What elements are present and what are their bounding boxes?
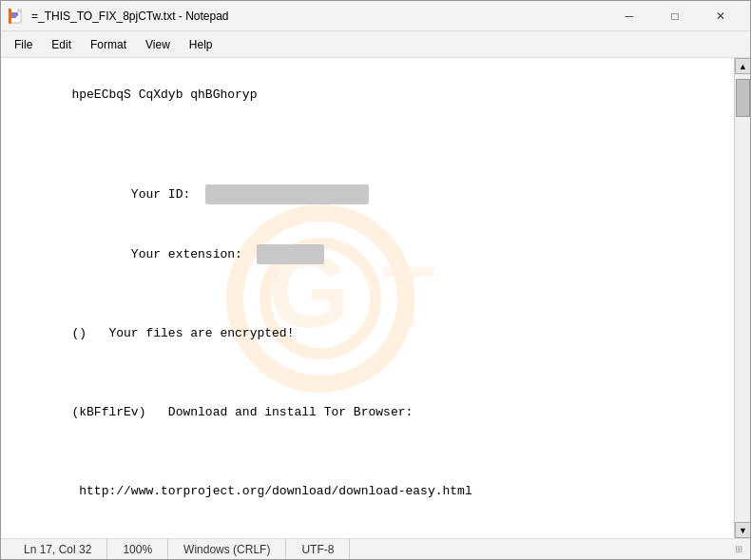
encoding: UTF-8 [286, 539, 350, 559]
window-controls: ─ □ ✕ [607, 1, 742, 31]
menu-bar: File Edit Format View Help [1, 31, 750, 58]
resize-grip: ⊞ [735, 544, 742, 554]
scroll-down-button[interactable]: ▼ [735, 522, 750, 538]
zoom-level: 100% [107, 539, 168, 559]
line-extension: Your extension: [71, 247, 323, 261]
line-download: (kBFflrEv) Download and install Tor Brow… [71, 405, 413, 419]
content-area: G T hpeECbqS CqXdyb qhBGhoryp Your ID: Y… [1, 58, 750, 538]
notepad-window: =_THIS_TO_FIX_8pjCTw.txt - Notepad ─ □ ✕… [0, 0, 751, 560]
title-bar: =_THIS_TO_FIX_8pjCTw.txt - Notepad ─ □ ✕ [1, 1, 750, 31]
minimize-button[interactable]: ─ [607, 1, 651, 31]
menu-file[interactable]: File [5, 34, 42, 55]
line-encrypted: () Your files are encrypted! [71, 326, 294, 340]
line-tor-url: http://www.torproject.org/download/downl… [71, 484, 472, 498]
redacted-extension [257, 244, 323, 264]
status-bar: Ln 17, Col 32 100% Windows (CRLF) UTF-8 … [1, 538, 750, 559]
window-title: =_THIS_TO_FIX_8pjCTw.txt - Notepad [31, 10, 607, 23]
svg-rect-5 [9, 9, 11, 24]
menu-format[interactable]: Format [81, 34, 136, 55]
scroll-thumb[interactable] [736, 79, 750, 117]
menu-view[interactable]: View [136, 34, 180, 55]
menu-help[interactable]: Help [180, 34, 222, 55]
scroll-track[interactable] [735, 74, 750, 522]
cursor-position: Ln 17, Col 32 [9, 539, 107, 559]
line-ending: Windows (CRLF) [168, 539, 286, 559]
text-wrapper: G T hpeECbqS CqXdyb qhBGhoryp Your ID: Y… [1, 58, 734, 538]
scrollbar: ▲ ▼ [734, 58, 750, 538]
redacted-id [205, 184, 369, 204]
line-1: hpeECbqS CqXdyb qhBGhoryp [71, 87, 257, 102]
scroll-up-button[interactable]: ▲ [735, 58, 750, 74]
close-button[interactable]: ✕ [699, 1, 742, 31]
maximize-button[interactable]: □ [653, 1, 697, 31]
text-editor[interactable]: hpeECbqS CqXdyb qhBGhoryp Your ID: Your … [1, 58, 734, 538]
line-your-id: Your ID: [71, 187, 368, 202]
menu-edit[interactable]: Edit [42, 34, 81, 55]
app-icon [9, 9, 24, 24]
